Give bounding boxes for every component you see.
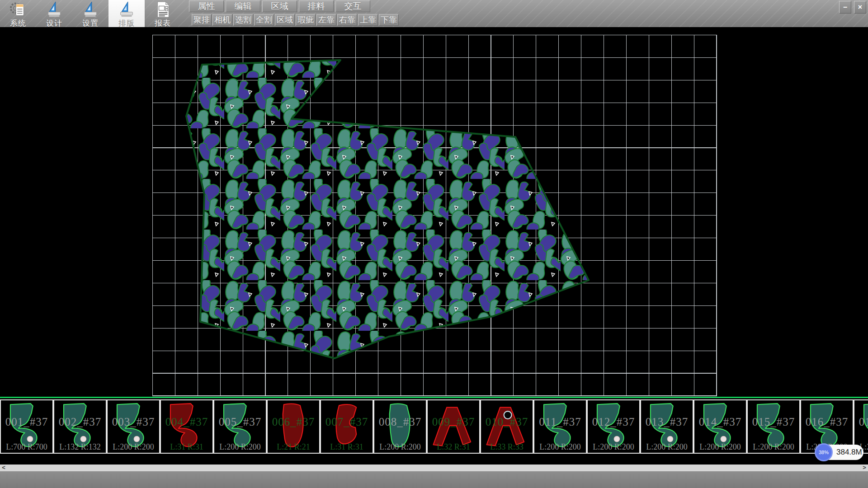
part-label: 005_#37 bbox=[214, 416, 266, 428]
part-label: 007_#37 bbox=[321, 416, 373, 428]
report-icon bbox=[154, 1, 171, 18]
leather-hide-layer bbox=[0, 27, 868, 397]
part-lr-count: L:200 R:200 bbox=[694, 442, 746, 452]
part-label: 017_#37 bbox=[854, 416, 868, 428]
part-lr-count: L:33 R:33 bbox=[481, 442, 533, 452]
part-thumbnail[interactable]: 002_#37 L:132 R:132 bbox=[53, 399, 107, 454]
tool-item[interactable]: 聚排 bbox=[192, 14, 212, 26]
part-thumbnail[interactable]: 010_#37 L:33 R:33 bbox=[480, 399, 533, 454]
part-label: 015_#37 bbox=[748, 416, 799, 428]
nesting-icon bbox=[118, 1, 135, 18]
settings-icon bbox=[82, 1, 99, 18]
part-label: 006_#37 bbox=[268, 416, 319, 428]
part-lr-count: L:200 R:200 bbox=[214, 442, 266, 452]
part-thumbnail[interactable]: 008_#37 L:200 R:200 bbox=[373, 399, 427, 454]
part-lr-count: L:200 R:200 bbox=[108, 442, 159, 452]
system-icon bbox=[9, 1, 27, 18]
strip-separator bbox=[0, 397, 868, 398]
part-lr-count: L:200 R:200 bbox=[374, 442, 426, 452]
status-bar bbox=[0, 471, 868, 488]
toolbar: 系统 设计 设置 排版 报表 bbox=[0, 0, 868, 28]
menu-item[interactable]: 区域 bbox=[262, 0, 297, 12]
memory-percent-indicator: 38% bbox=[815, 443, 833, 461]
scroll-left-arrow[interactable]: < bbox=[0, 465, 7, 471]
nesting-app: 系统 设计 设置 排版 报表 bbox=[0, 0, 868, 488]
module-button[interactable]: 设置 bbox=[72, 0, 108, 27]
tool-bar: 聚排 相机 选割 全割 区域 瑕疵 左靠 右靠 上靠 下靠 bbox=[192, 14, 400, 26]
part-label: 010_#37 bbox=[481, 416, 533, 428]
scroll-right-arrow[interactable]: > bbox=[861, 465, 868, 471]
part-label: 009_#37 bbox=[428, 416, 479, 428]
part-thumbnail[interactable]: 005_#37 L:200 R:200 bbox=[213, 399, 267, 454]
tool-item[interactable]: 瑕疵 bbox=[296, 14, 316, 26]
part-lr-count: L:32 R:31 bbox=[428, 442, 479, 452]
part-lr-count: L:200 R:200 bbox=[748, 442, 799, 452]
part-label: 008_#37 bbox=[374, 416, 426, 428]
module-button[interactable]: 排版 bbox=[108, 0, 145, 27]
part-label: 003_#37 bbox=[108, 416, 159, 428]
window-controls: − × bbox=[839, 1, 866, 14]
tool-item[interactable]: 相机 bbox=[212, 14, 232, 26]
nesting-canvas[interactable] bbox=[0, 27, 868, 397]
part-thumbnail[interactable]: 012_#37 L:200 R:200 bbox=[587, 399, 640, 454]
part-label: 002_#37 bbox=[54, 416, 106, 428]
part-lr-count: L:31 R:31 bbox=[161, 442, 212, 452]
part-thumbnail[interactable]: 004_#37 L:31 R:31 bbox=[160, 399, 213, 454]
part-lr-count: L:132 R:132 bbox=[54, 442, 106, 452]
menu-item[interactable]: 编辑 bbox=[226, 0, 260, 12]
part-thumbnail[interactable]: 014_#37 L:200 R:200 bbox=[693, 399, 747, 454]
leather-hide[interactable] bbox=[186, 60, 589, 358]
part-label: 014_#37 bbox=[694, 416, 746, 428]
menu-bar: 属性 编辑 区域 排料 交互 bbox=[189, 0, 372, 12]
part-lr-count: L:200 R:200 bbox=[641, 442, 693, 452]
part-thumbnail[interactable]: 009_#37 L:32 R:31 bbox=[427, 399, 480, 454]
parts-strip: 001_#37 L:700 R:700 002_#37 L:132 R:132 … bbox=[0, 399, 868, 454]
part-lr-count: L:21 R:21 bbox=[268, 442, 319, 452]
part-thumbnail[interactable]: 001_#37 L:700 R:700 bbox=[0, 399, 53, 454]
part-label: 004_#37 bbox=[161, 416, 212, 428]
module-button[interactable]: 设计 bbox=[36, 0, 72, 27]
part-label: 012_#37 bbox=[588, 416, 639, 428]
tool-item[interactable]: 下靠 bbox=[379, 14, 399, 26]
module-button[interactable]: 报表 bbox=[145, 0, 181, 27]
memory-badge[interactable]: 38% 384.8M bbox=[816, 445, 863, 460]
memory-percent: 38% bbox=[819, 450, 829, 455]
part-lr-count: L:200 R:200 bbox=[588, 442, 639, 452]
tool-item[interactable]: 全割 bbox=[254, 14, 274, 26]
module-bar: 系统 设计 设置 排版 报表 bbox=[0, 0, 181, 27]
tool-item[interactable]: 区域 bbox=[275, 14, 295, 26]
part-thumbnail[interactable]: 013_#37 L:200 R:200 bbox=[640, 399, 693, 454]
design-icon bbox=[46, 1, 63, 18]
tool-item[interactable]: 左靠 bbox=[316, 14, 336, 26]
part-label: 011_#37 bbox=[534, 416, 586, 428]
menu-item[interactable]: 排料 bbox=[299, 0, 334, 12]
part-thumbnail[interactable]: 011_#37 L:200 R:200 bbox=[533, 399, 587, 454]
tool-item[interactable]: 右靠 bbox=[337, 14, 357, 26]
horizontal-scrollbar[interactable]: < > bbox=[0, 465, 868, 471]
part-label: 001_#37 bbox=[1, 416, 52, 428]
part-lr-count: L:700 R:700 bbox=[1, 442, 52, 452]
menu-item[interactable]: 交互 bbox=[335, 0, 370, 12]
tool-item[interactable]: 上靠 bbox=[358, 14, 378, 26]
close-button[interactable]: × bbox=[854, 1, 866, 14]
part-thumbnail[interactable]: 006_#37 L:21 R:21 bbox=[267, 399, 320, 454]
minimize-button[interactable]: − bbox=[839, 1, 851, 14]
part-lr-count: L:200 R:200 bbox=[534, 442, 586, 452]
part-label: 016_#37 bbox=[801, 416, 853, 428]
part-label: 013_#37 bbox=[641, 416, 693, 428]
part-thumbnail[interactable]: 003_#37 L:200 R:200 bbox=[107, 399, 160, 454]
memory-size: 384.8M bbox=[836, 448, 862, 457]
tool-item[interactable]: 选割 bbox=[233, 14, 253, 26]
part-thumbnail[interactable]: 015_#37 L:200 R:200 bbox=[747, 399, 800, 454]
part-thumbnail[interactable]: 007_#37 L:31 R:31 bbox=[320, 399, 373, 454]
module-button[interactable]: 系统 bbox=[0, 0, 36, 27]
menu-item[interactable]: 属性 bbox=[189, 0, 224, 12]
part-lr-count: L:31 R:31 bbox=[321, 442, 373, 452]
